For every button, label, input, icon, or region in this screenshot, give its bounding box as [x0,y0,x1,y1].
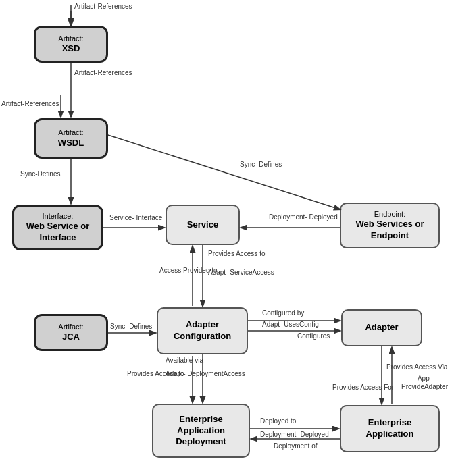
xsd-label2: XSD [62,43,80,55]
wsdl-label2: WSDL [58,138,84,149]
service-label: Service [187,219,218,231]
label-configures: Configures [297,332,330,340]
adapter-label: Adapter [365,322,398,334]
label-access-provided-to: Access Provided to [159,267,218,275]
label-artifact-ref-top: Artifact-References [74,3,132,11]
label-deployed-to: Deployed to [260,417,296,425]
label-deployment-of: Deployment of [274,442,317,450]
label-deployment-deployed-2: Deployment- Deployed [260,431,329,439]
ea-label2: Application [366,429,414,440]
node-enterprise-app: Enterprise Application [340,405,440,452]
node-wsdl: Artifact: WSDL [34,118,108,159]
adapter-config-label2: Configuration [174,331,231,342]
label-available-via: Available via [166,356,203,365]
jca-label1: Artifact: [58,322,83,332]
svg-line-4 [108,135,340,209]
label-sync-defines-jca: Sync- Defines [110,323,152,331]
node-adapter: Adapter [341,309,422,346]
label-adapt-uses-config: Adapt- UsesConfig [262,321,319,329]
node-endpoint: Endpoint: Web Services or Endpoint [340,203,440,248]
node-xsd: Artifact: XSD [34,26,108,63]
label-sync-defines-wsdl: Sync-Defines [20,170,60,178]
label-provides-access-to: Provides Access to [208,250,265,258]
label-deployment-deployed: Deployment- Deployed [269,213,338,221]
label-artifact-ref-2: Artifact-References [1,100,59,108]
endpoint-label2: Web Services or [356,219,424,230]
ead-label1: Enterprise [179,414,222,425]
label-configured-by: Configured by [262,309,304,317]
endpoint-label3: Endpoint [371,230,409,242]
label-provides-access-to-2: Provides Access to [127,370,184,378]
diagram: Artifact: XSD Artifact: WSDL Interface: … [0,0,454,476]
label-sync-defines-endpoint: Sync- Defines [240,161,282,169]
node-service: Service [166,205,240,245]
interface-label2: Web Service or [26,221,90,232]
ead-label3: Deployment [176,436,226,448]
label-artifact-ref-1: Artifact-References [74,69,132,77]
label-service-interface: Service- Interface [109,214,162,222]
interface-label3: Interface [39,232,76,244]
node-interface: Interface: Web Service or Interface [12,205,103,250]
ea-label1: Enterprise [368,417,411,429]
label-provides-access-for: Provides Access For [332,384,394,392]
label-app-provide-adapter: App- ProvideAdapter [395,375,454,391]
interface-label1: Interface: [43,211,74,221]
label-provides-access-via: Provides Access Via [386,363,447,371]
ead-label2: Application [177,425,225,437]
node-jca: Artifact: JCA [34,314,108,351]
wsdl-label1: Artifact: [58,128,83,137]
endpoint-label1: Endpoint: [374,209,405,219]
label-adapt-service-access: Adapt- ServiceAccess [208,269,274,277]
jca-label2: JCA [62,332,80,343]
node-enterprise-app-deploy: Enterprise Application Deployment [152,404,250,458]
adapter-config-label1: Adapter [186,319,219,331]
node-adapter-config: Adapter Configuration [157,307,248,354]
xsd-label1: Artifact: [58,34,83,43]
